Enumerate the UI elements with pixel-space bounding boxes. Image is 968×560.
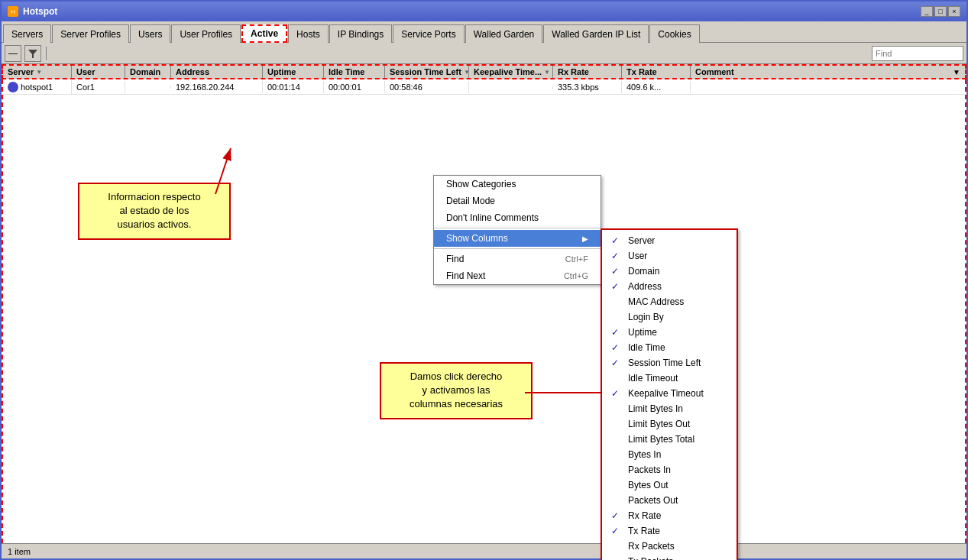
filter-button[interactable] bbox=[24, 45, 41, 62]
cell-tx-rate: 409.6 k... bbox=[622, 81, 691, 93]
cell-domain bbox=[125, 86, 171, 89]
tab-active[interactable]: Active bbox=[241, 24, 287, 43]
status-bar: 1 item bbox=[2, 543, 966, 558]
check-user: ✓ bbox=[611, 251, 622, 261]
submenu-item-tx-rate[interactable]: ✓ Tx Rate bbox=[602, 523, 737, 539]
menu-item-find-next[interactable]: Find Next Ctrl+G bbox=[434, 267, 601, 284]
svg-marker-0 bbox=[28, 50, 37, 58]
maximize-button[interactable]: □ bbox=[934, 6, 947, 17]
cell-session-time-left: 00:58:46 bbox=[385, 81, 469, 93]
check-session-time-left: ✓ bbox=[611, 358, 622, 368]
remove-button[interactable]: — bbox=[5, 45, 21, 62]
cell-rx-rate: 335.3 kbps bbox=[553, 81, 622, 93]
col-header-comment[interactable]: Comment ▼ bbox=[691, 66, 965, 78]
submenu-item-keepalive-timeout[interactable]: ✓ Keepalive Timeout bbox=[602, 386, 737, 401]
menu-item-find[interactable]: Find Ctrl+F bbox=[434, 251, 601, 267]
app-window: H Hotspot _ □ × Servers Server Profiles … bbox=[0, 0, 968, 560]
cell-idle-time: 00:00:01 bbox=[324, 81, 385, 93]
menu-separator-2 bbox=[434, 248, 601, 249]
col-header-keepalive[interactable]: Keepalive Time... ▼ bbox=[469, 66, 553, 78]
search-input[interactable] bbox=[872, 46, 963, 61]
submenu-arrow-icon: ▶ bbox=[582, 235, 588, 243]
sort-icon-keepalive: ▼ bbox=[544, 69, 550, 76]
menu-item-show-columns[interactable]: Show Columns ▶ bbox=[434, 230, 601, 247]
table-row[interactable]: hotspot1 Cor1 192.168.20.244 00:01:14 00… bbox=[3, 79, 965, 95]
close-button[interactable]: × bbox=[948, 6, 960, 17]
tab-cookies[interactable]: Cookies bbox=[649, 24, 699, 43]
col-header-user[interactable]: User bbox=[72, 66, 125, 78]
col-header-rx-rate[interactable]: Rx Rate bbox=[553, 66, 622, 78]
tab-walled-garden-ip[interactable]: Walled Garden IP List bbox=[543, 24, 649, 43]
col-header-domain[interactable]: Domain bbox=[125, 66, 171, 78]
toolbar-separator bbox=[46, 47, 47, 60]
title-bar-left: H Hotspot bbox=[8, 6, 57, 17]
menu-item-dont-inline[interactable]: Don't Inline Comments bbox=[434, 209, 601, 226]
main-content: Server ▼ User Domain Address Uptime Idle… bbox=[2, 64, 966, 558]
check-tx-rate: ✓ bbox=[611, 526, 622, 536]
table-body: hotspot1 Cor1 192.168.20.244 00:01:14 00… bbox=[2, 79, 966, 558]
annotation-1: Informacion respectoal estado de losusua… bbox=[78, 183, 231, 240]
submenu-item-bytes-out[interactable]: Bytes Out bbox=[602, 477, 737, 493]
cell-address: 192.168.20.244 bbox=[171, 81, 263, 93]
submenu-item-rx-rate[interactable]: ✓ Rx Rate bbox=[602, 508, 737, 523]
toolbar: — bbox=[2, 43, 966, 64]
submenu-item-session-time-left[interactable]: ✓ Session Time Left bbox=[602, 355, 737, 371]
check-idle-time: ✓ bbox=[611, 342, 622, 353]
tab-user-profiles[interactable]: User Profiles bbox=[171, 24, 241, 43]
check-address: ✓ bbox=[611, 281, 622, 292]
item-count: 1 item bbox=[8, 547, 31, 556]
submenu-item-packets-out[interactable]: Packets Out bbox=[602, 493, 737, 508]
submenu-item-address[interactable]: ✓ Address bbox=[602, 279, 737, 294]
submenu-item-tx-packets[interactable]: Tx Packets bbox=[602, 554, 737, 560]
col-header-idle-time[interactable]: Idle Time bbox=[324, 66, 385, 78]
tab-servers[interactable]: Servers bbox=[3, 24, 51, 43]
col-header-tx-rate[interactable]: Tx Rate bbox=[622, 66, 691, 78]
col-header-server[interactable]: Server ▼ bbox=[3, 66, 72, 78]
cell-comment bbox=[691, 86, 965, 89]
submenu-item-bytes-in[interactable]: Bytes In bbox=[602, 447, 737, 462]
tab-server-profiles[interactable]: Server Profiles bbox=[52, 24, 129, 43]
col-header-uptime[interactable]: Uptime bbox=[263, 66, 324, 78]
window-controls: _ □ × bbox=[921, 6, 960, 17]
menu-item-show-categories[interactable]: Show Categories bbox=[434, 176, 601, 193]
tab-users[interactable]: Users bbox=[130, 24, 170, 43]
cell-keepalive bbox=[469, 86, 553, 89]
column-dropdown-icon[interactable]: ▼ bbox=[953, 68, 960, 76]
submenu-item-mac-address[interactable]: MAC Address bbox=[602, 294, 737, 309]
menu-tabs: Servers Server Profiles Users User Profi… bbox=[2, 21, 966, 43]
submenu-item-idle-time[interactable]: ✓ Idle Time bbox=[602, 340, 737, 355]
check-rx-rate: ✓ bbox=[611, 510, 622, 521]
minimize-button[interactable]: _ bbox=[921, 6, 933, 17]
submenu-item-server[interactable]: ✓ Server bbox=[602, 233, 737, 248]
row-status-icon bbox=[8, 82, 18, 92]
table-header: Server ▼ User Domain Address Uptime Idle… bbox=[2, 64, 966, 79]
submenu-item-login-by[interactable]: Login By bbox=[602, 309, 737, 325]
tab-hosts[interactable]: Hosts bbox=[288, 24, 329, 43]
tab-walled-garden[interactable]: Walled Garden bbox=[465, 24, 543, 43]
submenu-item-idle-timeout[interactable]: Idle Timeout bbox=[602, 371, 737, 386]
submenu-item-limit-bytes-total[interactable]: Limit Bytes Total bbox=[602, 432, 737, 447]
submenu-item-user[interactable]: ✓ User bbox=[602, 248, 737, 264]
submenu-item-rx-packets[interactable]: Rx Packets bbox=[602, 539, 737, 554]
cell-server: hotspot1 bbox=[3, 80, 72, 94]
tab-service-ports[interactable]: Service Ports bbox=[393, 24, 464, 43]
submenu-item-domain[interactable]: ✓ Domain bbox=[602, 264, 737, 279]
check-domain: ✓ bbox=[611, 266, 622, 277]
columns-submenu: ✓ Server ✓ User ✓ Domain ✓ Address MAC A… bbox=[601, 228, 738, 560]
cell-uptime: 00:01:14 bbox=[263, 81, 324, 93]
title-bar: H Hotspot _ □ × bbox=[2, 2, 966, 21]
col-header-address[interactable]: Address bbox=[171, 66, 263, 78]
cell-user: Cor1 bbox=[72, 81, 125, 93]
submenu-item-uptime[interactable]: ✓ Uptime bbox=[602, 325, 737, 340]
tab-ip-bindings[interactable]: IP Bindings bbox=[329, 24, 393, 43]
context-menu: Show Categories Detail Mode Don't Inline… bbox=[433, 175, 601, 285]
menu-item-detail-mode[interactable]: Detail Mode bbox=[434, 193, 601, 209]
submenu-item-limit-bytes-out[interactable]: Limit Bytes Out bbox=[602, 416, 737, 432]
submenu-item-limit-bytes-in[interactable]: Limit Bytes In bbox=[602, 401, 737, 416]
submenu-item-packets-in[interactable]: Packets In bbox=[602, 462, 737, 477]
check-keepalive-timeout: ✓ bbox=[611, 388, 622, 399]
toolbar-search bbox=[872, 46, 963, 61]
filter-icon bbox=[28, 48, 38, 59]
col-header-session-time-left[interactable]: Session Time Left ▼ bbox=[385, 66, 469, 78]
app-icon: H bbox=[8, 6, 18, 17]
